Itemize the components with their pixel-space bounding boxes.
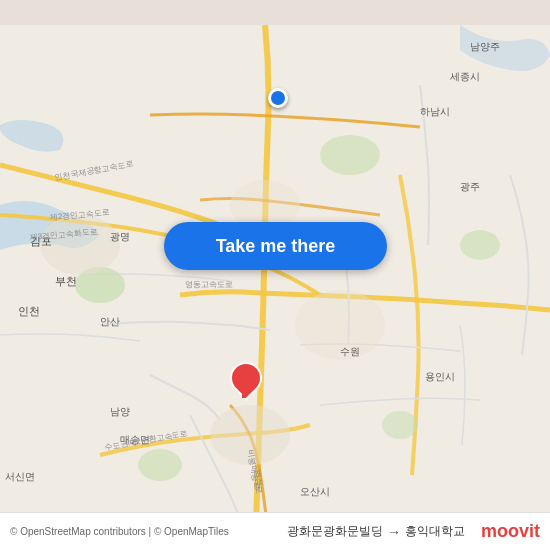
svg-text:영동고속도로: 영동고속도로 [185,280,233,289]
destination-label: 홍익대학교 [405,523,465,540]
svg-text:오산시: 오산시 [300,486,330,497]
svg-text:남양: 남양 [110,406,130,417]
svg-point-5 [382,411,418,439]
svg-text:안산: 안산 [100,316,120,327]
origin-label: 광화문광화문빌딩 [287,523,383,540]
svg-point-2 [320,135,380,175]
bottom-bar: © OpenStreetMap contributors | © OpenMap… [0,512,550,550]
bottom-bar-left: © OpenStreetMap contributors | © OpenMap… [10,526,229,537]
svg-text:남양주: 남양주 [470,41,500,52]
svg-text:광주: 광주 [460,181,480,192]
map-container: 김포 부천 인천 광명 과천 성남 광주 안산 수원 용인시 남양 매송면 오산… [0,0,550,550]
svg-text:광명: 광명 [110,231,130,242]
origin-pin [268,88,288,108]
destination-pin [230,362,258,398]
moovit-logo: 광화문광화문빌딩 → 홍익대학교 moovit [287,521,540,542]
svg-point-4 [138,449,182,481]
svg-text:하남시: 하남시 [420,106,450,117]
svg-text:서신면: 서신면 [5,471,35,482]
svg-text:수원: 수원 [340,346,360,357]
svg-text:인천: 인천 [18,305,40,317]
moovit-text: moovit [481,521,540,542]
svg-text:부천: 부천 [55,275,77,287]
svg-text:용인시: 용인시 [425,371,455,382]
map-svg: 김포 부천 인천 광명 과천 성남 광주 안산 수원 용인시 남양 매송면 오산… [0,0,550,550]
take-me-there-button[interactable]: Take me there [164,222,387,270]
svg-text:세종시: 세종시 [450,71,480,82]
copyright-text: © OpenStreetMap contributors | © OpenMap… [10,526,229,537]
svg-point-3 [460,230,500,260]
arrow-icon: → [387,524,401,540]
svg-point-6 [40,215,120,275]
